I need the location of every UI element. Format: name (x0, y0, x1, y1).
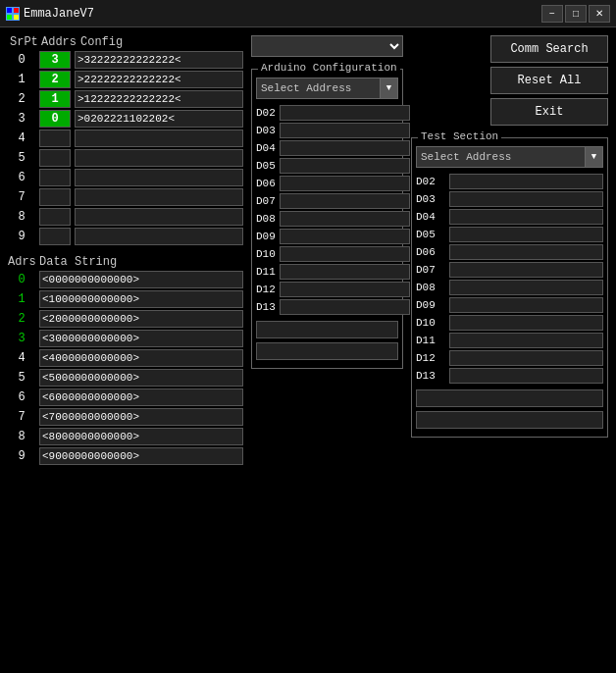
data-input[interactable] (39, 388, 243, 406)
test-pin-input-d06[interactable] (449, 244, 603, 260)
config-input[interactable] (75, 149, 243, 167)
test-pin-label-d04: D04 (416, 211, 445, 223)
test-pin-row-d08: D08 (416, 280, 603, 295)
config-input[interactable] (75, 208, 243, 226)
data-input[interactable] (39, 369, 243, 387)
data-row: 4 (8, 349, 243, 367)
test-pin-input-d12[interactable] (449, 350, 603, 366)
test-pin-row-d11: D11 (416, 333, 603, 348)
right-panel: Comm Search Reset All Exit Test Section … (411, 35, 608, 665)
maximize-button[interactable]: □ (565, 5, 587, 23)
test-text-input-1[interactable] (416, 389, 603, 407)
data-input[interactable] (39, 290, 243, 308)
test-pin-row-d13: D13 (416, 368, 603, 384)
adrs-num: 6 (8, 390, 35, 404)
test-address-dropdown[interactable]: Select Address ▼ (416, 146, 603, 168)
pin-input-d12[interactable] (280, 282, 410, 297)
pin-input-d13[interactable] (280, 299, 410, 315)
arduino-address-arrow[interactable]: ▼ (380, 78, 397, 98)
data-input[interactable] (39, 271, 243, 288)
test-pin-input-d11[interactable] (449, 333, 603, 348)
config-input[interactable] (75, 188, 243, 206)
data-input[interactable] (39, 310, 243, 328)
test-pin-input-d08[interactable] (449, 280, 603, 295)
config-input[interactable] (75, 51, 243, 69)
exit-button[interactable]: Exit (490, 98, 608, 126)
table-row: 2 1 (8, 90, 243, 108)
srpt-num: 3 (8, 112, 35, 126)
minimize-button[interactable]: − (541, 5, 563, 23)
reset-all-button[interactable]: Reset All (490, 67, 608, 94)
config-input[interactable] (75, 169, 243, 186)
close-button[interactable]: ✕ (589, 5, 610, 23)
pin-row-d05: D05 (256, 158, 398, 174)
addr-badge: 1 (39, 90, 71, 108)
pin-label-d02: D02 (256, 107, 276, 119)
arduino-text-input-2[interactable] (256, 342, 398, 360)
pin-input-d11[interactable] (280, 264, 410, 280)
top-dropdown-select[interactable] (251, 35, 403, 57)
test-pin-input-d05[interactable] (449, 227, 603, 242)
adrs-num: 7 (8, 410, 35, 424)
pin-label-d06: D06 (256, 178, 276, 189)
data-row: 9 (8, 447, 243, 465)
pin-row-d02: D02 (256, 105, 398, 121)
table-row: 8 (8, 208, 243, 226)
data-row: 7 (8, 408, 243, 426)
pin-label-d09: D09 (256, 231, 276, 242)
config-input[interactable] (75, 129, 243, 147)
pin-input-d04[interactable] (280, 140, 410, 156)
test-bottom (416, 389, 603, 433)
config-input[interactable] (75, 71, 243, 88)
test-pin-input-d07[interactable] (449, 262, 603, 278)
pin-input-d10[interactable] (280, 246, 410, 262)
pin-input-d02[interactable] (280, 105, 410, 121)
data-row: 0 (8, 271, 243, 288)
pin-input-d08[interactable] (280, 211, 410, 227)
test-pin-label-d08: D08 (416, 282, 445, 293)
svg-rect-0 (7, 8, 12, 13)
comm-search-button[interactable]: Comm Search (490, 35, 608, 63)
pin-input-d03[interactable] (280, 123, 410, 138)
pin-input-d06[interactable] (280, 176, 410, 191)
pin-input-d09[interactable] (280, 229, 410, 244)
test-text-input-2[interactable] (416, 411, 603, 429)
svg-rect-1 (14, 8, 19, 13)
test-pin-input-d03[interactable] (449, 191, 603, 207)
arduino-text-input-1[interactable] (256, 321, 398, 338)
data-input[interactable] (39, 330, 243, 347)
test-pin-input-d09[interactable] (449, 297, 603, 313)
data-input[interactable] (39, 428, 243, 445)
srpt-num: 2 (8, 92, 35, 106)
config-input[interactable] (75, 110, 243, 128)
pin-row-d06: D06 (256, 176, 398, 191)
data-input[interactable] (39, 447, 243, 465)
test-pin-input-d04[interactable] (449, 209, 603, 225)
test-pin-row-d10: D10 (416, 315, 603, 331)
table-row: 7 (8, 188, 243, 206)
data-input[interactable] (39, 349, 243, 367)
data-row: 5 (8, 369, 243, 387)
srpt-num: 5 (8, 151, 35, 165)
pin-input-d07[interactable] (280, 193, 410, 209)
pin-label-d11: D11 (256, 266, 276, 278)
test-pin-input-d02[interactable] (449, 174, 603, 189)
config-input[interactable] (75, 90, 243, 108)
srpt-num: 7 (8, 190, 35, 204)
arduino-address-dropdown[interactable]: Select Address ▼ (256, 78, 398, 99)
test-address-arrow[interactable]: ▼ (585, 147, 602, 167)
config-input[interactable] (75, 228, 243, 245)
title-bar: EmmaJaneV7 − □ ✕ (0, 0, 616, 27)
test-pin-input-d10[interactable] (449, 315, 603, 331)
pin-input-d05[interactable] (280, 158, 410, 174)
adrs-num: 2 (8, 312, 35, 326)
data-input[interactable] (39, 408, 243, 426)
pin-row-d09: D09 (256, 229, 398, 244)
top-dropdown-area (251, 35, 403, 57)
svg-rect-3 (14, 15, 19, 20)
data-row: 6 (8, 388, 243, 406)
pin-label-d10: D10 (256, 248, 276, 260)
middle-panel: Arduino Configuration Select Address ▼ D… (251, 35, 403, 665)
test-pin-row-d06: D06 (416, 244, 603, 260)
test-pin-input-d13[interactable] (449, 368, 603, 384)
